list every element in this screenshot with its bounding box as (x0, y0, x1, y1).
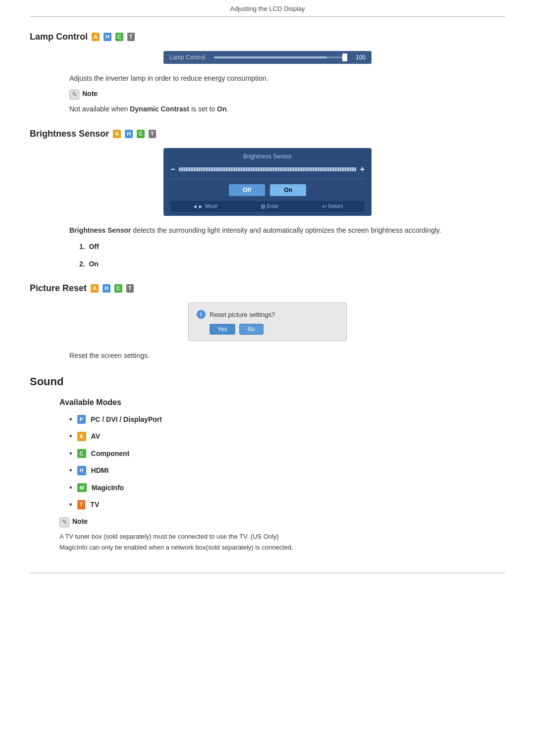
mode-text-pc: PC / DVI / DisplayPort (91, 415, 162, 423)
mode-av: • A AV (30, 432, 505, 441)
picture-reset-panel: i Reset picture settings? Yes No (188, 302, 347, 341)
mode-badge-c: C (77, 449, 86, 458)
reset-no-button[interactable]: No (239, 324, 264, 335)
sensor-off-button[interactable]: Off (229, 184, 265, 196)
sound-note-item-1: MagicInfo can only be enabled when a net… (59, 542, 505, 553)
on-bold: On (217, 105, 226, 113)
slider-label: Lamp Control (169, 54, 209, 61)
sensor-nav-bar: ◄► Move ⊞ Enter ↩ Return (170, 201, 365, 212)
nav-return-icon: ↩ (322, 203, 327, 210)
picture-reset-title: Picture Reset A H C T (30, 283, 505, 294)
dynamic-contrast-bold: Dynamic Contrast (130, 105, 189, 113)
note-icon (69, 90, 79, 100)
picture-reset-desc: Reset the screen settings. (30, 350, 505, 361)
lamp-control-note-box: Note (30, 90, 505, 100)
badge-t: T (127, 33, 135, 41)
lamp-control-section: Lamp Control A H C T Lamp Control 100 Ad… (30, 32, 505, 115)
sound-note-label: Note (72, 517, 88, 525)
lamp-control-desc: Adjusts the inverter lamp in order to re… (30, 73, 505, 84)
nav-enter-icon: ⊞ (261, 203, 266, 210)
nav-return: ↩ Return (322, 203, 343, 210)
slider-fill (214, 56, 327, 58)
page-footer (30, 573, 505, 578)
sensor-panel-title: Brightness Sensor (170, 153, 365, 160)
lamp-control-title: Lamp Control A H C T (30, 32, 505, 42)
bullet-tv: • (69, 500, 72, 509)
brightness-sensor-section: Brightness Sensor A H C T Brightness Sen… (30, 129, 505, 269)
bullet-hdmi: • (69, 466, 72, 475)
badge-c: C (115, 33, 123, 41)
bs-badge-c: C (137, 130, 145, 138)
bullet-av: • (69, 432, 72, 441)
brightness-list-item-1: 1. Off (30, 242, 505, 252)
reset-buttons: Yes No (197, 324, 264, 335)
page-header: Adjusting the LCD Display (30, 0, 505, 17)
mode-text-component: Component (91, 450, 130, 457)
note-label: Note (82, 90, 98, 98)
mode-text-magicinfo: MagicInfo (92, 484, 124, 492)
slider-value: 100 (352, 54, 366, 61)
nav-enter: ⊞ Enter (261, 203, 279, 210)
mode-badge-tv: T (77, 500, 86, 509)
mode-badge-h: H (77, 466, 86, 475)
sensor-minus-icon[interactable]: − (170, 165, 175, 174)
bs-badge-t: T (149, 130, 156, 138)
reset-panel-row: i Reset picture settings? (197, 310, 275, 319)
nav-move: ◄► Move (192, 203, 217, 210)
bullet-component: • (69, 449, 72, 458)
sensor-track[interactable] (179, 167, 356, 171)
sound-note-items: A TV tuner box (sold separately) must be… (30, 531, 505, 553)
mode-badge-a: A (77, 432, 86, 441)
brightness-sensor-title: Brightness Sensor A H C T (30, 129, 505, 139)
reset-yes-button[interactable]: Yes (210, 324, 235, 335)
badge-a: A (92, 33, 100, 41)
lamp-control-note-text: Not available when Dynamic Contrast is s… (30, 103, 505, 114)
mode-text-av: AV (91, 432, 100, 440)
brightness-sensor-desc: Brightness Sensor detects the surroundin… (30, 225, 505, 236)
available-modes-title: Available Modes (30, 398, 505, 407)
brightness-sensor-bold: Brightness Sensor (69, 226, 131, 234)
mode-hdmi: • H HDMI (30, 466, 505, 475)
sensor-divider (170, 179, 365, 179)
sound-note-item-0: A TV tuner box (sold separately) must be… (59, 531, 505, 542)
sound-title: Sound (30, 375, 505, 388)
pr-badge-c: C (114, 284, 122, 293)
sensor-on-button[interactable]: On (270, 184, 306, 196)
mode-text-tv: TV (90, 501, 99, 508)
mode-text-hdmi: HDMI (91, 466, 109, 474)
badge-h: H (104, 33, 111, 41)
mode-component: • C Component (30, 449, 505, 458)
bs-badge-a: A (113, 130, 121, 138)
pr-badge-t: T (126, 284, 134, 293)
sound-section: Sound Available Modes • P PC / DVI / Dis… (30, 375, 505, 553)
mode-pc: • P PC / DVI / DisplayPort (30, 415, 505, 424)
sound-note-icon (59, 517, 69, 527)
lamp-control-slider-box: Lamp Control 100 (163, 51, 372, 64)
mode-badge-p: P (77, 415, 86, 424)
pr-badge-a: A (91, 284, 99, 293)
slider-track[interactable] (214, 56, 347, 58)
brightness-list-item-2: 2. On (30, 259, 505, 269)
sensor-buttons: Off On (170, 184, 365, 196)
mode-tv: • T TV (30, 500, 505, 509)
bullet-pc: • (69, 415, 72, 424)
sensor-slider-row: − + (170, 165, 365, 174)
reset-question-text: Reset picture settings? (210, 311, 275, 318)
bullet-magicinfo: • (69, 483, 72, 492)
reset-info-icon: i (197, 310, 206, 319)
brightness-sensor-panel: Brightness Sensor − + Off On ◄► Move ⊞ E… (163, 148, 372, 216)
mode-magicinfo: • M MagicInfo (30, 483, 505, 493)
slider-thumb[interactable] (342, 53, 347, 61)
nav-move-arrow-icon: ◄► (192, 203, 204, 210)
mode-badge-m: M (77, 483, 87, 493)
sound-note-box: Note (30, 517, 505, 527)
picture-reset-section: Picture Reset A H C T i Reset picture se… (30, 283, 505, 361)
pr-badge-h: H (103, 284, 110, 293)
sensor-plus-icon[interactable]: + (360, 165, 365, 174)
bs-badge-h: H (125, 130, 133, 138)
